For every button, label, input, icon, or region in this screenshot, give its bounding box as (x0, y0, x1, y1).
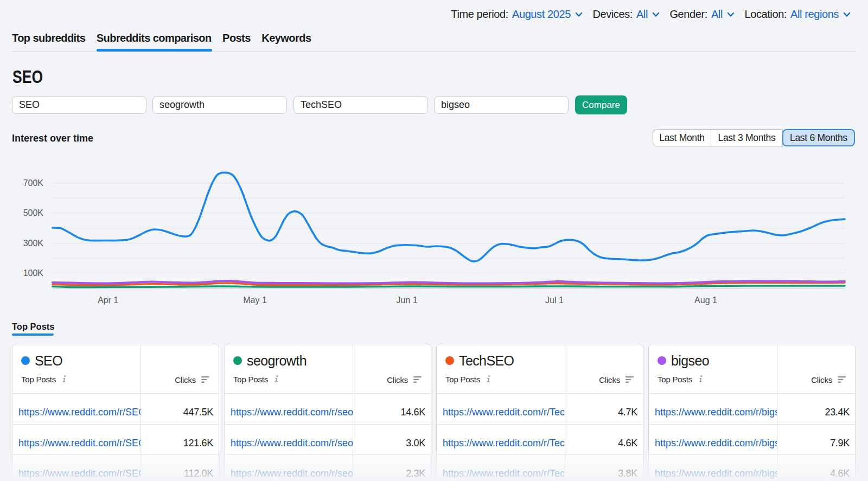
svg-text:300K: 300K (23, 239, 44, 248)
svg-text:100K: 100K (23, 268, 44, 278)
svg-text:Jun 1: Jun 1 (396, 296, 417, 305)
svg-text:Aug 1: Aug 1 (694, 296, 717, 305)
svg-text:Jul 1: Jul 1 (545, 296, 564, 305)
svg-text:500K: 500K (23, 208, 44, 217)
svg-text:May 1: May 1 (243, 296, 267, 305)
svg-text:Apr 1: Apr 1 (98, 296, 118, 305)
svg-text:700K: 700K (23, 178, 44, 188)
